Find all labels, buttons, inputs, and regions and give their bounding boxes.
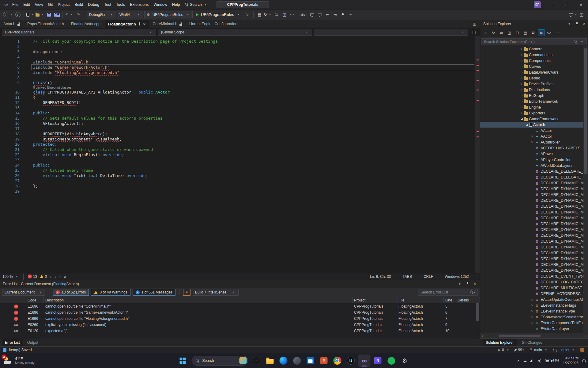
error-scope-dropdown[interactable]: Current Document▼ <box>2 289 45 296</box>
notifications-bell-icon[interactable] <box>553 349 556 352</box>
column-header-project[interactable]: Project <box>352 297 397 303</box>
account-avatar[interactable]: EF <box>534 1 541 8</box>
tree-item-factorcomponenttickfu[interactable]: ▷◇FActorComponentTickFu <box>480 320 583 326</box>
send-feedback-button[interactable]: ▼ <box>569 11 578 18</box>
tree-item-engine[interactable]: ▷Engine <box>480 104 583 110</box>
column-header-line[interactable]: Line <box>444 297 456 303</box>
column-header-file[interactable]: File <box>397 297 444 303</box>
tree-item-commandlets[interactable]: ▷Commandlets <box>480 52 583 58</box>
volume-icon[interactable]: ◄) <box>537 359 541 362</box>
zoom-level-dropdown[interactable]: 100 %▼ <box>2 274 19 279</box>
refresh-button[interactable]: ↻▼ <box>264 11 272 18</box>
taskbar-app-settings[interactable]: ⚙ <box>399 355 411 367</box>
warnings-filter-button[interactable]: 0 of 49 Warnings <box>91 289 130 296</box>
code-line-25[interactable]: 25 // Called every frame <box>0 168 480 173</box>
tree-item-elevelinstanceflags[interactable]: ▷▤ELevelInstanceFlags <box>480 302 583 308</box>
notification-center-icon[interactable] <box>582 359 586 362</box>
codelens-indicator[interactable]: 0 derived Blueprint classes <box>0 86 480 90</box>
error-source-dropdown[interactable]: Build + IntelliSense▼ <box>193 289 239 296</box>
expand-chevron[interactable]: ◢ <box>525 123 529 126</box>
solution-platform-dropdown[interactable]: Win64▼ <box>117 11 143 18</box>
compare-icon[interactable]: ◫ <box>506 29 513 36</box>
tree-item-actor-h[interactable]: ◢Actor.h <box>480 122 583 128</box>
taskbar-app-powerpoint[interactable]: P <box>318 355 330 367</box>
toggle-bookmark-button[interactable]: ⚑ <box>339 11 346 18</box>
expand-chevron[interactable]: ▷ <box>530 304 534 307</box>
expand-chevron[interactable]: ▷ <box>519 59 524 62</box>
tree-scrollbar[interactable] <box>583 46 588 333</box>
start-button[interactable] <box>177 355 190 367</box>
code-map-button[interactable]: ◫ <box>281 11 288 18</box>
feedback-icon[interactable] <box>580 348 584 352</box>
code-line-29[interactable]: 29 <box>0 189 480 194</box>
onedrive-icon[interactable]: ☁ <box>523 359 527 363</box>
code-line-15[interactable]: 15 // Sets default values for this actor… <box>0 116 480 121</box>
project-dropdown[interactable]: CPPProgTutorials▼ <box>2 29 156 36</box>
show-all-files-icon[interactable]: ▤ <box>522 29 529 36</box>
tree-item-declare-delegate-sixp[interactable]: {}DECLARE_DELEGATE_SixP <box>480 174 583 180</box>
menu-window[interactable]: Window <box>151 0 169 9</box>
code-line-26[interactable]: 26 virtual void Tick(float DeltaTime) ov… <box>0 173 480 178</box>
code-line-17[interactable]: 17 <box>0 126 480 131</box>
tab-unreal-engin-configuration[interactable]: Unreal Engin...Configuration <box>186 20 241 28</box>
find-in-files-button[interactable] <box>273 11 280 18</box>
code-line-20[interactable]: 20protected: <box>0 142 480 147</box>
split-window-icon[interactable]: ◫ <box>473 22 476 26</box>
tree-item-elevelinstancetype[interactable]: ▷▤ELevelInstanceType <box>480 308 583 314</box>
startup-project-dropdown[interactable]: ⚙ UE5ProgramRules▼ <box>144 11 193 18</box>
tree-item-declare-dynamic-mu[interactable]: {}DECLARE_DYNAMIC_MU <box>480 267 583 273</box>
column-header-icon[interactable] <box>0 297 26 303</box>
increase-indent-button[interactable]: ⇥ <box>332 11 338 18</box>
tree-item-declare-dynamic-mu[interactable]: {}DECLARE_DYNAMIC_MU <box>480 262 583 267</box>
solution-name-pill[interactable]: CPPProgTutorials <box>217 1 269 8</box>
line-ending-mode[interactable]: CRLF <box>424 274 433 279</box>
code-line-28[interactable]: 28}; <box>0 183 480 189</box>
column-header-description[interactable]: Description <box>44 297 352 303</box>
code-line-5[interactable]: 5#include "CoreMinimal.h" <box>0 59 480 65</box>
code-line-23[interactable]: 23 <box>0 157 480 163</box>
expand-chevron[interactable]: ▷ <box>519 77 524 79</box>
expand-chevron[interactable]: ▷ <box>519 88 524 91</box>
tree-item-aactor[interactable]: →AActor <box>480 128 583 133</box>
code-line-9[interactable]: 9UCLASS() <box>0 80 480 86</box>
tab-floatingactor-h[interactable]: FloatingActor.h× <box>104 20 149 28</box>
expand-chevron[interactable]: ▷ <box>519 82 524 85</box>
pin-icon[interactable] <box>466 282 469 286</box>
redo-button[interactable]: ↷ <box>75 11 81 18</box>
tree-item-editorframework[interactable]: ▷EditorFramework <box>480 98 583 104</box>
expand-chevron[interactable]: ▷ <box>519 53 524 56</box>
previous-issue-button[interactable]: ↑ <box>50 274 51 279</box>
preview-icon[interactable]: <> <box>546 29 552 36</box>
member-dropdown[interactable]: ▼ <box>314 29 468 36</box>
collapse-indicator-icon[interactable]: ∧ <box>64 274 66 279</box>
tree-item-espawnactorscalemetho[interactable]: ▷▤ESpawnActorScaleMetho <box>480 314 583 320</box>
taskbar-app-file-explorer[interactable] <box>264 355 276 367</box>
navigate-back-button[interactable]: ‹▼ <box>3 11 13 18</box>
expand-chevron[interactable]: ▷ <box>530 135 534 138</box>
tab-overflow-icon[interactable]: ⋯ <box>466 22 470 26</box>
code-line-10[interactable]: 10class CPPPROGTUTORIALS_API AFloatingAc… <box>0 90 480 95</box>
tree-item-declare-multicast-d[interactable]: {}DECLARE_MULTICAST_D <box>480 285 583 291</box>
tree-item-declare-dynamic-mu[interactable]: {}DECLARE_DYNAMIC_MU <box>480 221 583 227</box>
code-line-6[interactable]: 6#include "GameFramework/Actor.h" <box>0 65 480 70</box>
close-icon[interactable]: × <box>143 22 146 26</box>
error-table-scrollbar[interactable] <box>476 303 479 321</box>
menu-build[interactable]: Build <box>72 0 85 9</box>
indent-mode[interactable]: TABS <box>402 274 412 279</box>
tree-item-declare-dynamic-mu[interactable]: {}DECLARE_DYNAMIC_MU <box>480 197 583 203</box>
navigate-forward-button[interactable]: › <box>14 11 21 18</box>
expand-chevron[interactable]: ▷ <box>519 112 524 114</box>
menu-help[interactable]: Help <box>170 0 183 9</box>
tab-paperflipbookactor-h[interactable]: PaperFlipbookActor.h <box>24 20 68 28</box>
next-issue-button[interactable]: ↓ <box>54 274 56 279</box>
menu-debug[interactable]: Debug <box>85 0 102 9</box>
close-button[interactable]: × <box>574 0 588 9</box>
code-line-4[interactable]: 4 <box>0 54 480 59</box>
expand-chevron[interactable]: ▷ <box>530 298 534 301</box>
tree-item-factordatalayer[interactable]: ◇FActorDataLayer <box>480 326 583 332</box>
solution-search-input[interactable] <box>484 40 572 44</box>
tab-floatingactor-cpp[interactable]: FloatingActor.cpp <box>67 20 104 28</box>
tab-error-list[interactable]: Error List <box>2 339 23 346</box>
menu-extensions[interactable]: Extensions <box>127 0 151 9</box>
expand-chevron[interactable]: ▷ <box>519 65 524 68</box>
